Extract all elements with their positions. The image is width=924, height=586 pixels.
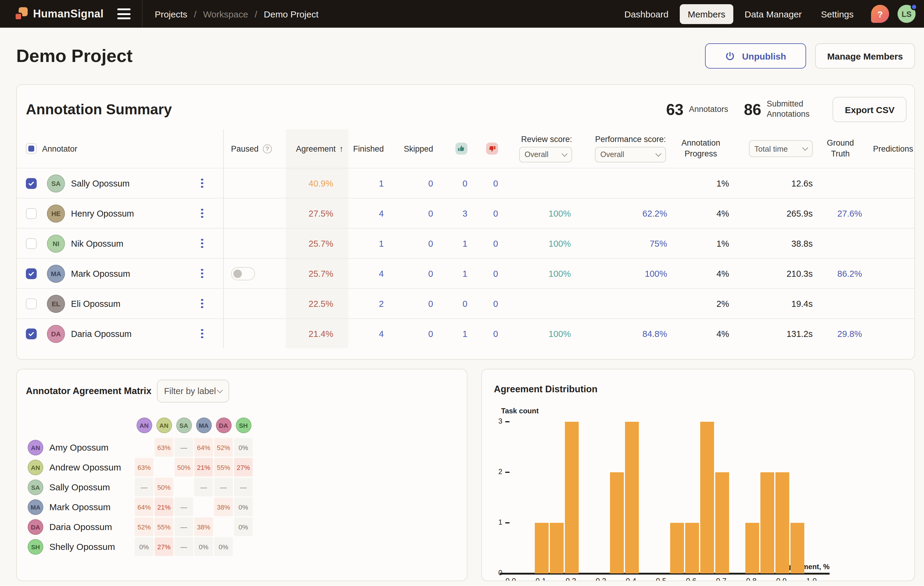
row-menu-cell [181,168,224,198]
table-row: NINik Opossum25.7%1010100%75%1%38.8s [17,228,914,258]
chart-xtick-label: 0.5 [650,577,672,581]
histogram-bar [565,422,579,573]
row-checkbox[interactable] [26,178,37,188]
review-score-cell [505,289,576,318]
nav-link-dashboard[interactable]: Dashboard [617,4,676,24]
agreement-distribution-card: Agreement Distribution Task count Agreem… [481,369,915,581]
ground-truth-cell [816,229,865,258]
header-agreement[interactable]: Agreement↑ [286,129,348,168]
skipped-cell: 0 [393,198,437,228]
review-score-cell [505,168,576,198]
annotator-name: Henry Opossum [71,208,134,218]
agreement-cell: 27.5% [286,198,348,228]
breadcrumb-item[interactable]: Workspace [203,9,248,19]
page-actions: Unpublish Manage Members [705,43,915,69]
submitted-label: Submitted Annotations [767,99,817,120]
chart-xtick-label: 0.8 [741,577,762,581]
ground-truth-cell [816,168,865,198]
row-checkbox[interactable] [26,298,37,309]
summary-title: Annotation Summary [26,101,172,118]
table-row: HEHenry Opossum27.5%4030100%62.2%4%265.9… [17,198,914,228]
avatar: EL [47,294,65,312]
chart-ytick-mark [505,573,510,574]
user-avatar[interactable]: LS [898,5,916,23]
agreement-cell: 21.4% [286,319,348,348]
paused-help-icon[interactable]: ? [263,144,272,153]
predictions-cell [865,259,915,288]
finished-cell: 2 [348,289,393,318]
breadcrumb-item[interactable]: Demo Project [264,9,318,19]
review-score-cell: 100% [505,198,576,228]
export-csv-button[interactable]: Export CSV [833,97,907,122]
nav-link-settings[interactable]: Settings [813,4,861,24]
matrix-column-avatar-slot: SH [234,418,252,433]
chart-ytick-mark [505,421,510,423]
matrix-cell: 52% [214,438,233,457]
total-time-cell: 12.6s [732,168,816,198]
matrix-row: DADaria Opossum52%55%—38%0% [28,517,254,536]
paused-cell [224,259,286,288]
row-menu-cell [181,259,224,288]
row-menu-button[interactable] [198,326,206,342]
progress-cell: 2% [670,289,732,318]
row-menu-button[interactable] [198,176,206,191]
manage-members-button[interactable]: Manage Members [815,43,915,69]
matrix-cell [234,537,252,556]
matrix-column-avatar-slot: SA [175,418,193,433]
row-menu-button[interactable] [198,236,206,251]
thumbs-up-icon [455,143,467,155]
row-menu-button[interactable] [198,206,206,221]
matrix-cell: 0% [194,537,213,556]
agreement-cell: 25.7% [286,259,348,288]
nav-link-members[interactable]: Members [680,4,733,24]
agreement-cell: 22.5% [286,289,348,318]
row-checkbox[interactable] [26,208,37,219]
header-total-time: Total time [732,129,816,168]
performance-score-cell: 62.2% [576,198,670,228]
paused-toggle[interactable] [231,267,255,280]
matrix-cell: — [194,478,213,496]
chart-xtick-label: 0.7 [710,577,732,581]
unpublish-button[interactable]: Unpublish [705,43,806,69]
accepted-cell: 0 [437,289,474,318]
navbar-links: DashboardMembersData ManagerSettings ? L… [617,4,924,24]
matrix-cell: 0% [234,498,252,516]
avatar: SH [236,418,251,433]
brand[interactable]: HumanSignal [0,7,104,20]
row-menu-button[interactable] [198,266,206,281]
row-menu-button[interactable] [198,296,206,311]
user-avatar-initials: LS [901,9,911,18]
total-time-select[interactable]: Total time [749,140,813,157]
performance-score-select[interactable]: Overall [595,147,666,162]
row-select-cell [17,229,46,258]
review-score-select[interactable]: Overall [519,147,572,162]
matrix-cell: 27% [234,458,252,477]
row-checkbox[interactable] [26,238,37,249]
nav-link-data-manager[interactable]: Data Manager [737,4,809,24]
predictions-cell [865,289,915,318]
chart-xtick-label: 0.0 [500,577,521,581]
matrix-cell: 63% [155,438,173,457]
matrix-row: SHShelly Opossum0%27%—0%0% [28,536,254,556]
row-checkbox[interactable] [26,268,37,279]
accepted-cell: 1 [437,229,474,258]
select-all-checkbox[interactable] [26,143,37,154]
matrix-grid: ANANSAMADASH ANAmy Opossum63%—64%52%0%AN… [28,418,254,556]
sort-asc-icon: ↑ [339,144,343,154]
avatar: AN [28,439,43,455]
matrix-cell: 63% [135,458,153,477]
chevron-down-icon [655,151,662,157]
help-icon[interactable]: ? [871,5,889,23]
agreement-matrix-card: Annotator Agreement Matrix Filter by lab… [16,369,467,581]
avatar: DA [216,418,231,433]
finished-cell: 4 [348,319,393,348]
row-checkbox[interactable] [26,328,37,339]
table-body: SASally Opossum40.9%10001%12.6sHEHenry O… [17,168,914,348]
matrix-row: ANAmy Opossum63%—64%52%0% [28,437,254,457]
filter-by-label-select[interactable]: Filter by label [157,380,229,403]
matrix-cell: 52% [135,517,153,536]
matrix-cell: 0% [234,438,252,457]
breadcrumb-item[interactable]: Projects [155,9,187,19]
avatar: SA [47,174,65,192]
menu-hamburger-icon[interactable] [114,5,134,22]
